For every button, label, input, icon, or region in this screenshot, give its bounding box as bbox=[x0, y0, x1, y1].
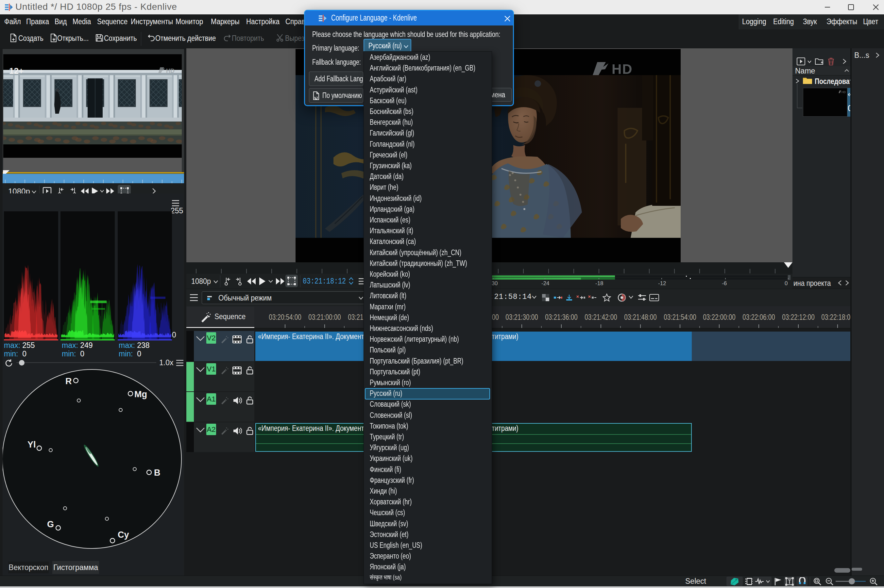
svg-text:HD: HD bbox=[842, 90, 846, 93]
svg-text:03:22:18:00: 03:22:18:00 bbox=[821, 313, 850, 321]
svg-text:HD: HD bbox=[612, 62, 633, 76]
svg-text:03:22:06:00: 03:22:06:00 bbox=[743, 313, 775, 321]
svg-text:R: R bbox=[65, 376, 72, 386]
svg-text:03:21:36:00: 03:21:36:00 bbox=[545, 313, 578, 321]
svg-text:Yl: Yl bbox=[27, 440, 36, 450]
svg-text:03:20:54:00: 03:20:54:00 bbox=[269, 313, 301, 321]
svg-text:03:21:30:00: 03:21:30:00 bbox=[505, 313, 538, 321]
svg-text:03:22:12:00: 03:22:12:00 bbox=[782, 313, 815, 321]
svg-text:03:21:42:00: 03:21:42:00 bbox=[585, 313, 617, 321]
svg-text:03:22:00:00: 03:22:00:00 bbox=[703, 313, 735, 321]
svg-text:B: B bbox=[154, 468, 161, 478]
svg-text:03:21:00:00: 03:21:00:00 bbox=[308, 313, 341, 321]
svg-text:G: G bbox=[47, 519, 54, 529]
svg-text:03:21:54:00: 03:21:54:00 bbox=[664, 313, 696, 321]
svg-text:03:21:48:00: 03:21:48:00 bbox=[624, 313, 657, 321]
svg-text:Cy: Cy bbox=[118, 530, 129, 540]
svg-text:HD: HD bbox=[166, 68, 174, 74]
svg-text:Mg: Mg bbox=[134, 389, 147, 399]
